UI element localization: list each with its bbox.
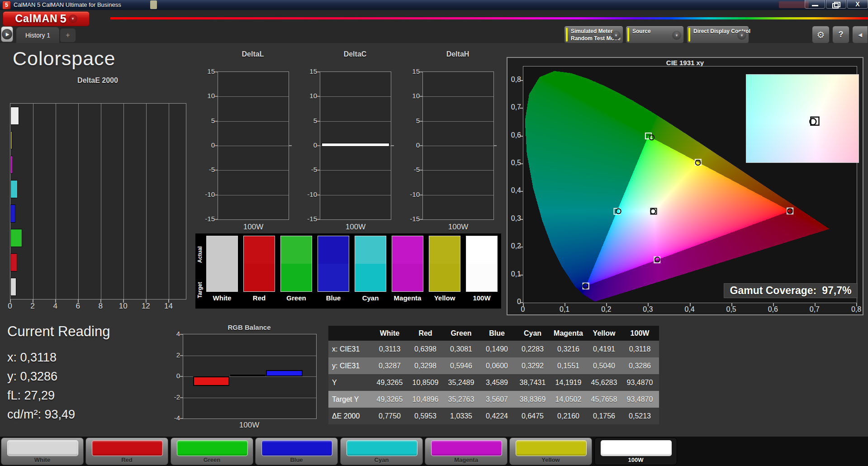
cie-x-tick-label: 0,2 — [601, 305, 611, 314]
table-cell: 14,1919 — [550, 379, 586, 387]
swatch-label: Blue — [317, 294, 350, 302]
dh-gridline — [423, 195, 493, 195]
dl-y-tick-label: -15 — [200, 215, 215, 223]
dropdown-line1: Source — [632, 28, 651, 34]
pattern-label: Yellow — [510, 456, 592, 463]
table-cell: 0,1490 — [479, 345, 515, 353]
display-control-dropdown[interactable]: Direct Display Control ▼ — [687, 26, 749, 43]
deltae-chart-title: DeltaE 2000 — [10, 76, 185, 85]
deltal-x-label: 100W — [218, 223, 289, 232]
current-reading-title: Current Reading — [7, 323, 110, 340]
dl-y-tick-label: -10 — [200, 190, 215, 198]
dc-axis-tick — [391, 145, 394, 146]
rgb-gridline — [183, 398, 316, 398]
page-title: Colorspace — [13, 48, 116, 70]
table-cell: 49,3265 — [372, 395, 408, 404]
settings-button[interactable]: ⚙ — [812, 26, 830, 43]
swatch-actual — [318, 236, 349, 264]
rgb-axis-tick — [180, 418, 183, 419]
swatch-label: Cyan — [354, 294, 387, 302]
table-cell: 38,7431 — [515, 379, 550, 387]
pattern-button-cyan[interactable]: Cyan — [340, 437, 423, 465]
pattern-label: Green — [171, 456, 253, 463]
deltae-gridline — [101, 104, 101, 299]
rgb-balance-x-label: 100W — [183, 421, 316, 430]
collapse-panel-button[interactable]: ◀ — [852, 26, 868, 43]
table-cell: 35,2489 — [443, 379, 479, 387]
close-button[interactable]: X — [847, 0, 868, 9]
table-cell: 38,8369 — [515, 395, 550, 404]
pattern-button-green[interactable]: Green — [171, 437, 253, 465]
add-tab-button[interactable]: + — [60, 29, 76, 42]
calman-logo-menu[interactable]: CalMAN 5 ▼ — [3, 11, 90, 26]
dl-y-tick-label: 5 — [200, 117, 215, 124]
deltae-x-tick-label: 10 — [119, 302, 128, 311]
swatch-label: White — [206, 294, 238, 302]
deltac-y-axis: 151050-5-10-15 — [303, 71, 318, 219]
cie-axis-tick — [520, 80, 523, 81]
deltac-chart — [320, 71, 391, 220]
swatch-actual — [281, 236, 312, 264]
deltae-bar-white — [10, 107, 19, 125]
table-cell: 35,2763 — [443, 395, 479, 404]
table-cell: 0,7750 — [372, 412, 408, 420]
rgb-balance-chart — [183, 334, 317, 419]
deltae-chart — [10, 103, 186, 300]
meter-dropdown[interactable]: Simulated Meter Random Test Mode ▼ — [564, 26, 623, 43]
pattern-button-white[interactable]: White — [1, 437, 84, 465]
table-cell: 93,4870 — [622, 379, 658, 387]
deltae-x-axis: 02468101214 — [10, 302, 187, 312]
dc-y-tick-label: 5 — [303, 117, 317, 124]
pattern-button-magenta[interactable]: Magenta — [425, 437, 508, 465]
reading-label: cd/m²: — [7, 408, 41, 421]
pattern-button-red[interactable]: Red — [85, 437, 168, 465]
app-icon-glyph: 5 — [5, 2, 8, 8]
close-icon: X — [848, 0, 868, 8]
pattern-button-blue[interactable]: Blue — [255, 437, 338, 465]
swatch-actual — [207, 236, 237, 264]
dh-y-tick-label: 5 — [405, 117, 420, 124]
restore-button[interactable] — [826, 0, 846, 9]
status-bar-yellow — [627, 28, 629, 42]
cie-y-tick-label: 0,5 — [508, 159, 521, 167]
minimize-button[interactable] — [805, 0, 825, 9]
deltac-x-label: 100W — [320, 223, 391, 232]
table-cell: 1,0335 — [443, 412, 479, 420]
table-cell: 0,3216 — [550, 345, 586, 353]
cie-x-tick-label: 0,3 — [643, 305, 653, 314]
swatch-target — [355, 264, 386, 291]
logo-number: 5 — [60, 12, 66, 25]
dc-y-tick-label: 10 — [303, 92, 317, 100]
deltae-gridline — [33, 104, 33, 299]
pattern-label: Cyan — [341, 456, 422, 463]
swatch-actual — [466, 236, 497, 264]
rgb-bar-blue — [266, 370, 303, 376]
tab-history-1[interactable]: History 1 — [16, 27, 59, 43]
sidebar-expand-button[interactable]: ▶ — [1, 26, 13, 42]
help-button[interactable]: ? — [832, 26, 849, 43]
dh-axis-tick — [493, 145, 497, 146]
rainbow-divider — [110, 17, 868, 19]
cie-y-tick-label: 0,3 — [508, 214, 521, 223]
measurement-table: WhiteRedGreenBlueCyanMagentaYellow100Wx:… — [328, 326, 659, 424]
dl-gridline — [218, 96, 289, 97]
swatch-actual — [244, 236, 275, 264]
dl-y-tick-label: 15 — [200, 67, 215, 75]
dl-axis-tick — [289, 145, 292, 146]
rgb-balance-title: RGB Balance — [183, 323, 316, 331]
swatch-target — [281, 264, 312, 291]
dh-y-tick-label: 15 — [405, 67, 420, 75]
pattern-button-100w[interactable]: 100W — [594, 437, 677, 465]
source-dropdown[interactable]: Source ▼ — [626, 26, 684, 43]
cie-axis-tick — [520, 219, 523, 220]
pattern-chip — [92, 440, 163, 456]
swatch-cyan — [355, 236, 386, 292]
cie-chart-title: CIE 1931 xy — [508, 59, 863, 67]
swatch-label: Red — [243, 294, 275, 302]
gamut-coverage-label: Gamut Coverage: — [730, 285, 817, 297]
swatch-green — [280, 236, 312, 292]
pattern-button-yellow[interactable]: Yellow — [509, 437, 592, 465]
table-row: Y49,326510,850935,24893,458938,743114,19… — [328, 374, 659, 391]
rgb-bar-red — [193, 376, 229, 386]
table-row-label: ΔE 2000 — [328, 412, 372, 420]
